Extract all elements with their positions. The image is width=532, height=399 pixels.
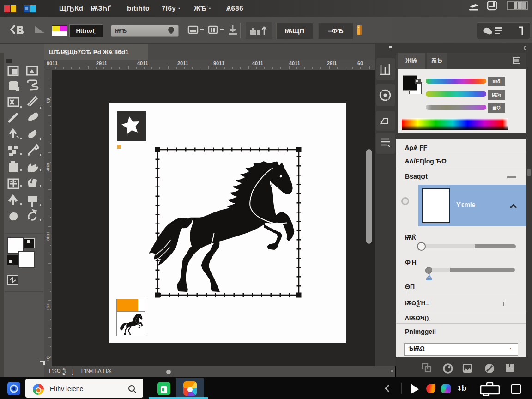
- svg-text:2911: 2911: [96, 60, 107, 66]
- svg-text:9011: 9011: [213, 60, 224, 66]
- svg-text:8ΙΩΙ: 8ΙΩΙ: [45, 232, 50, 241]
- svg-text:29Ι1: 29Ι1: [327, 60, 337, 66]
- svg-text:4ΙΩΙ: 4ΙΩΙ: [45, 163, 50, 171]
- svg-text:ΙƷΙ: ΙƷΙ: [45, 98, 50, 103]
- svg-text:4011: 4011: [137, 60, 148, 66]
- svg-text:2011: 2011: [177, 60, 188, 66]
- svg-text:4011: 4011: [289, 60, 300, 66]
- svg-text:9011: 9011: [47, 60, 58, 66]
- svg-text:ΙϘ: ΙϘ: [45, 356, 50, 361]
- svg-text:60: 60: [357, 60, 363, 66]
- svg-text:4011: 4011: [252, 60, 263, 66]
- svg-text:ΙƂΙ: ΙƂΙ: [45, 304, 50, 310]
